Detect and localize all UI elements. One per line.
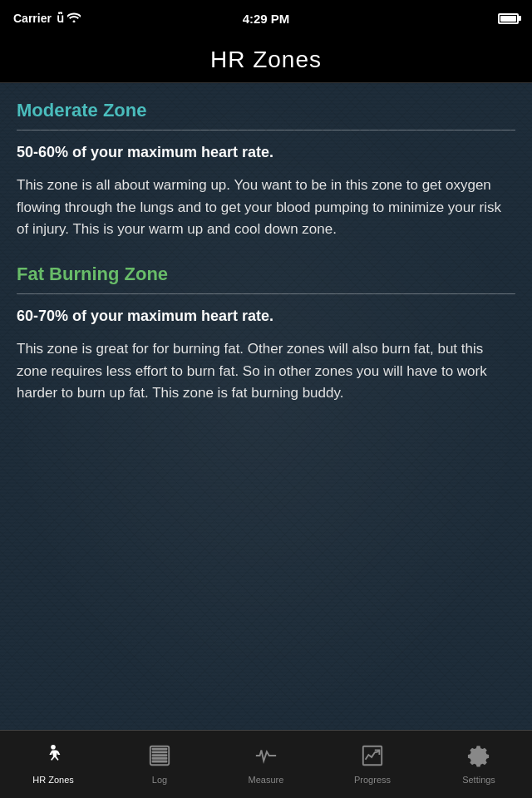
status-time: 4:29 PM	[243, 12, 290, 26]
carrier-label: Carrier	[13, 12, 52, 25]
moderate-zone-section: Moderate Zone 50-60% of your maximum hea…	[17, 100, 515, 240]
tab-measure-label: Measure	[249, 775, 284, 785]
content-area: Moderate Zone 50-60% of your maximum hea…	[0, 83, 532, 730]
tab-settings[interactable]: Settings	[426, 731, 532, 798]
fat-burning-zone-divider	[17, 293, 515, 294]
page-title: HR Zones	[210, 47, 322, 73]
fat-burning-zone-title: Fat Burning Zone	[17, 264, 515, 285]
wifi-icon: ǖ	[57, 12, 81, 25]
svg-rect-3	[152, 754, 168, 756]
svg-rect-2	[152, 751, 168, 753]
moderate-zone-title: Moderate Zone	[17, 100, 515, 121]
status-bar: Carrier ǖ 4:29 PM	[0, 0, 532, 37]
status-left: Carrier ǖ	[13, 12, 81, 25]
tab-progress-label: Progress	[354, 775, 391, 785]
moderate-zone-description: This zone is all about warming up. You w…	[17, 175, 515, 240]
nav-title-bar: HR Zones	[0, 37, 532, 83]
fat-burning-zone-description: This zone is great for for burning fat. …	[17, 338, 515, 404]
battery-icon	[498, 13, 519, 24]
chart-icon	[361, 744, 384, 771]
tab-log[interactable]: Log	[106, 731, 213, 798]
status-right	[498, 13, 519, 24]
svg-rect-4	[152, 757, 168, 760]
svg-rect-1	[152, 748, 168, 751]
fat-burning-zone-section: Fat Burning Zone 60-70% of your maximum …	[17, 264, 515, 404]
heartbeat-icon	[254, 744, 278, 771]
svg-point-0	[51, 745, 56, 750]
gear-icon	[467, 744, 490, 771]
fat-burning-zone-percentage: 60-70% of your maximum heart rate.	[17, 306, 515, 327]
tab-progress[interactable]: Progress	[319, 731, 426, 798]
svg-rect-5	[152, 761, 168, 763]
tab-hr-zones-label: HR Zones	[32, 775, 74, 785]
moderate-zone-divider	[17, 130, 515, 131]
tab-hr-zones[interactable]: HR Zones	[0, 731, 106, 798]
tab-bar: HR Zones Log Measure	[0, 730, 532, 798]
tab-settings-label: Settings	[462, 775, 495, 785]
list-icon	[148, 744, 171, 771]
walk-icon	[42, 744, 65, 771]
tab-log-label: Log	[152, 775, 167, 785]
moderate-zone-percentage: 50-60% of your maximum heart rate.	[17, 142, 515, 163]
tab-measure[interactable]: Measure	[213, 731, 319, 798]
